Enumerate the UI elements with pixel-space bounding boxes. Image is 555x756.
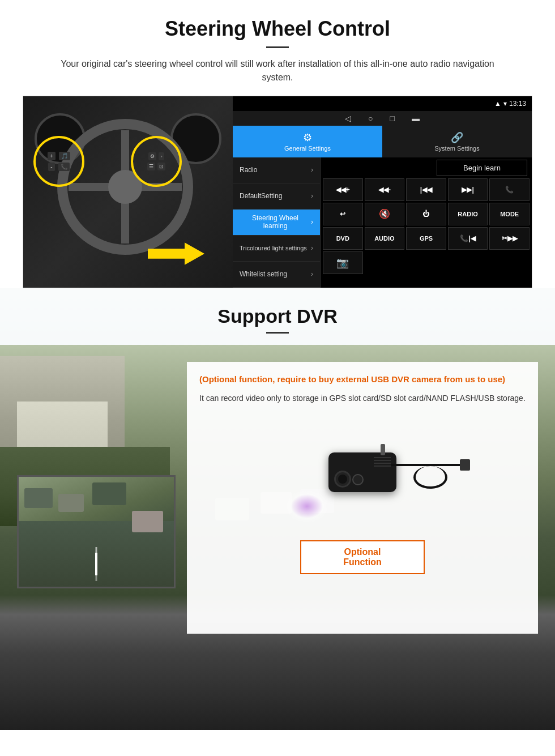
ctrl-mute[interactable]: 🔇 xyxy=(365,203,405,225)
settings-content: Radio › DefaultSetting › Steering Wheel … xyxy=(233,157,532,288)
chevron-icon: › xyxy=(311,192,313,200)
steering-wheel-section: Steering Wheel Control Your original car… xyxy=(0,0,555,288)
ctrl-vol-up[interactable]: ◀◀+ xyxy=(323,178,363,201)
signal-icon: ▲ xyxy=(494,100,501,108)
section-description: Your original car's steering wheel contr… xyxy=(45,57,510,84)
ctrl-dvd[interactable]: DVD xyxy=(323,227,363,250)
back-nav-btn[interactable]: ◁ xyxy=(345,114,351,123)
menu-item-whitelist[interactable]: Whitelist setting › xyxy=(233,262,320,288)
steering-wheel-image: + 🎵 - 📞 ⚙ ◦ xyxy=(23,96,233,288)
title-divider xyxy=(266,46,289,48)
android-ui-panel: ▲ ▾ 13:13 ◁ ○ □ ▬ ⚙ General Settings 🔗 xyxy=(233,96,532,288)
general-settings-icon: ⚙ xyxy=(303,131,312,144)
ctrl-mode[interactable]: MODE xyxy=(489,203,530,225)
control-button-grid: ◀◀+ ◀◀- |◀◀ ▶▶| 📞 ↩ 🔇 ⏻ RADIO MODE DVD A xyxy=(323,178,530,274)
recents-nav-btn[interactable]: □ xyxy=(390,114,395,123)
wifi-icon: ▾ xyxy=(503,100,507,108)
home-nav-btn[interactable]: ○ xyxy=(368,114,373,123)
dvr-small-preview xyxy=(17,475,176,588)
menu-item-radio[interactable]: Radio › xyxy=(233,157,320,183)
ctrl-call[interactable]: 📞 xyxy=(489,178,530,201)
ctrl-cut-next[interactable]: ✂▶▶ xyxy=(489,227,530,250)
camera-mount xyxy=(381,444,385,455)
dvr-description: It can record video only to storage in G… xyxy=(199,392,526,404)
ctrl-radio[interactable]: RADIO xyxy=(448,203,488,225)
ctrl-prev[interactable]: |◀◀ xyxy=(406,178,446,201)
ctrl-audio[interactable]: AUDIO xyxy=(365,227,405,250)
tab-general[interactable]: ⚙ General Settings xyxy=(233,126,382,157)
dvr-camera-illustration xyxy=(199,416,526,529)
tab-system[interactable]: 🔗 System Settings xyxy=(382,126,532,157)
optional-function-button[interactable]: Optional Function xyxy=(300,540,425,574)
menu-label-steering: Steering Wheel learning xyxy=(240,214,311,230)
chevron-icon: › xyxy=(311,270,313,278)
camera-lens xyxy=(334,471,351,488)
menu-label-tricolour: Tricoloured light settings xyxy=(240,245,307,251)
dvr-info-box: (Optional function, require to buy exter… xyxy=(187,362,538,634)
left-highlight-circle: + 🎵 - 📞 xyxy=(33,136,84,187)
menu-label-default: DefaultSetting xyxy=(240,192,282,200)
tab-system-label: System Settings xyxy=(434,145,479,152)
menu-nav-btn[interactable]: ▬ xyxy=(412,114,420,123)
ctrl-next[interactable]: ▶▶| xyxy=(448,178,488,201)
page-title: Steering Wheel Control xyxy=(23,17,532,41)
settings-menu: Radio › DefaultSetting › Steering Wheel … xyxy=(233,157,321,288)
dvr-title-divider xyxy=(266,332,289,334)
chevron-icon: › xyxy=(311,244,313,252)
right-highlight-circle: ⚙ ◦ ☰ ⊡ xyxy=(131,136,182,187)
ctrl-camera[interactable]: 📷 xyxy=(323,251,363,274)
optional-warning-text: (Optional function, require to buy exter… xyxy=(199,373,526,385)
begin-learn-button[interactable]: Begin learn xyxy=(437,160,527,176)
ui-screenshot: + 🎵 - 📞 ⚙ ◦ xyxy=(23,96,532,288)
android-statusbar: ▲ ▾ 13:13 xyxy=(233,96,532,111)
chevron-icon: › xyxy=(311,166,313,174)
begin-learn-row: Begin learn xyxy=(323,160,530,176)
time-display: 13:13 xyxy=(509,100,526,108)
menu-item-default[interactable]: DefaultSetting › xyxy=(233,183,320,210)
tab-general-label: General Settings xyxy=(284,145,331,152)
status-icons: ▲ ▾ 13:13 xyxy=(494,100,526,108)
system-settings-icon: 🔗 xyxy=(451,131,463,144)
ctrl-power[interactable]: ⏻ xyxy=(406,203,446,225)
menu-label-radio: Radio xyxy=(240,166,257,174)
ctrl-back[interactable]: ↩ xyxy=(323,203,363,225)
ctrl-vol-down[interactable]: ◀◀- xyxy=(365,178,405,201)
camera-body xyxy=(328,452,396,492)
ctrl-gps[interactable]: GPS xyxy=(406,227,446,250)
settings-tabs: ⚙ General Settings 🔗 System Settings xyxy=(233,126,532,157)
control-grid: Begin learn ◀◀+ ◀◀- |◀◀ ▶▶| 📞 ↩ 🔇 ⏻ RADI… xyxy=(321,157,532,288)
dvr-content-row: (Optional function, require to buy exter… xyxy=(0,351,555,645)
menu-label-whitelist: Whitelist setting xyxy=(240,270,287,278)
dvr-section: Support DVR (Optional function, require … xyxy=(0,288,555,730)
menu-item-steering[interactable]: Steering Wheel learning › xyxy=(233,210,320,236)
dvr-title-area: Support DVR xyxy=(0,288,555,345)
android-navbar: ◁ ○ □ ▬ xyxy=(233,111,532,126)
menu-item-tricolour[interactable]: Tricoloured light settings › xyxy=(233,236,320,262)
dvr-title: Support DVR xyxy=(0,305,555,327)
chevron-icon: › xyxy=(311,218,313,226)
ctrl-call-prev[interactable]: 📞|◀ xyxy=(448,227,488,250)
